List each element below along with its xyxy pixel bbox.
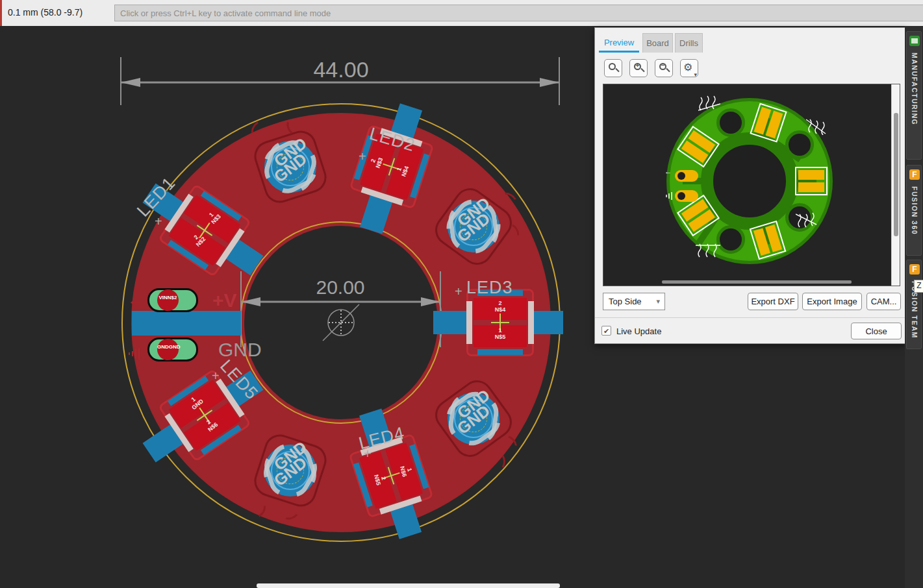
fusion-360-icon: F	[909, 169, 920, 180]
pad-net-label: 2N$4	[481, 300, 520, 313]
preview-mounting-hole	[716, 225, 745, 254]
gnd-pad[interactable]: GNDGND	[147, 337, 198, 361]
export-image-button[interactable]: Export Image	[802, 293, 862, 310]
magnifier-handle	[615, 68, 619, 72]
caret-down-icon: ▾	[694, 71, 697, 78]
preview-hscroll-thumb[interactable]	[662, 280, 852, 284]
vin-pad[interactable]: VINN$2	[147, 288, 198, 312]
outer-dimension-label: 44.00	[296, 57, 386, 82]
preview-mounting-hole	[716, 108, 745, 137]
preview-arrow-icon: ←	[664, 167, 672, 175]
copper-trace	[532, 311, 563, 334]
tab-board[interactable]: Board	[642, 33, 673, 53]
gnd-label: GND	[218, 339, 262, 361]
live-update-checkbox[interactable]: ✔	[601, 326, 611, 336]
gear-icon: ⚙	[683, 61, 692, 73]
silk-squiggle-group	[696, 243, 720, 260]
layer-color-mark	[0, 0, 2, 26]
zoom-fit-button[interactable]	[604, 59, 622, 77]
vin-arrow-icon: ←	[127, 291, 143, 309]
label-origin-mark: +	[212, 369, 220, 384]
silk-squiggle-group	[806, 118, 828, 135]
sidetab-fusion-team[interactable]: F FUSION TEAM	[906, 260, 922, 349]
command-line-input[interactable]	[114, 5, 923, 21]
zoom-out-button[interactable]: −	[655, 59, 673, 77]
power-bus-copper	[132, 311, 241, 336]
label-origin-mark: +	[359, 149, 366, 164]
sidetab-fusion360[interactable]: F FUSION 360	[906, 165, 922, 256]
silk-squiggle-group	[796, 212, 818, 230]
label-origin-mark: +	[455, 284, 462, 299]
magnifier-icon	[609, 63, 616, 70]
check-icon: ✔	[603, 327, 609, 335]
pad-plating	[466, 301, 472, 344]
manufacturing-icon	[909, 36, 920, 46]
board-preview-viewport[interactable]: ←	[603, 84, 900, 286]
eagle-pcb-editor: 0.1 mm (58.0 -9.7) 44.00 20.00	[0, 0, 923, 588]
gnd-pad-hole: GNDGND	[157, 339, 179, 360]
plus-v-label: +V	[212, 289, 237, 312]
preview-vin-pad	[675, 170, 698, 182]
manufacturing-preview-dialog: Preview Board Drills + − ⚙ ▾	[594, 27, 906, 344]
panel-separator	[595, 317, 905, 318]
sidetab-label: MANUFACTURING	[911, 53, 918, 125]
tab-preview[interactable]: Preview	[599, 33, 639, 53]
board-side-value: Top Side	[609, 297, 642, 306]
sidetab-manufacturing[interactable]: MANUFACTURING	[906, 31, 922, 160]
ground-symbol-icon	[127, 347, 143, 361]
copper-trace	[433, 311, 468, 334]
bottom-copper	[477, 349, 523, 355]
plus-glyph: +	[633, 61, 642, 69]
minus-glyph: −	[658, 61, 668, 69]
gnd-via-cluster[interactable]: GND GND	[431, 376, 516, 461]
close-button[interactable]: Close	[851, 323, 902, 339]
preview-settings-button[interactable]: ⚙ ▾	[680, 59, 698, 77]
preview-vscroll-thumb[interactable]	[894, 113, 898, 236]
preview-gnd-pad	[675, 190, 698, 202]
inner-dimension-label: 20.00	[295, 276, 386, 299]
led3-name-label: LED3	[466, 278, 513, 298]
live-update-label: Live Update	[616, 326, 661, 336]
pad-plating	[528, 301, 534, 344]
gnd-via-cluster[interactable]: GND GND	[248, 125, 333, 209]
gnd-via-cluster[interactable]: GND GND	[431, 184, 516, 269]
tab-drills[interactable]: Drills	[675, 33, 703, 53]
cam-button[interactable]: CAM...	[866, 293, 901, 310]
gnd-via-cluster[interactable]: GND GND	[248, 428, 333, 513]
caret-down-icon: ▾	[656, 293, 660, 310]
vin-pad-hole: VINN$2	[157, 289, 179, 311]
cursor-coordinates: 0.1 mm (58.0 -9.7)	[8, 7, 82, 18]
label-origin-mark: +	[364, 447, 372, 461]
top-toolbar: 0.1 mm (58.0 -9.7)	[0, 0, 923, 26]
board-side-select[interactable]: Top Side ▾	[603, 293, 665, 310]
side-tab-strip: MANUFACTURING F FUSION 360 F FUSION TEAM	[905, 26, 923, 588]
silk-squiggle-group	[698, 95, 720, 112]
silk-squiggle	[494, 453, 505, 470]
pad-net-label: 1N$5	[481, 327, 520, 340]
preview-vscroll[interactable]	[891, 84, 900, 286]
export-dxf-button[interactable]: Export DXF	[748, 293, 798, 310]
zoom-in-button[interactable]: +	[629, 59, 648, 77]
fusion-team-icon: F	[909, 264, 920, 275]
sidetab-label: FUSION 360	[911, 186, 918, 235]
led3-component[interactable]: 2N$4 1N$5	[466, 289, 534, 356]
label-origin-mark: +	[155, 214, 162, 229]
horizontal-scrollbar[interactable]	[257, 583, 560, 588]
tooltip-fragment: Z	[914, 280, 923, 293]
preview-ground-icon	[664, 191, 674, 201]
preview-led-pads	[795, 167, 828, 195]
